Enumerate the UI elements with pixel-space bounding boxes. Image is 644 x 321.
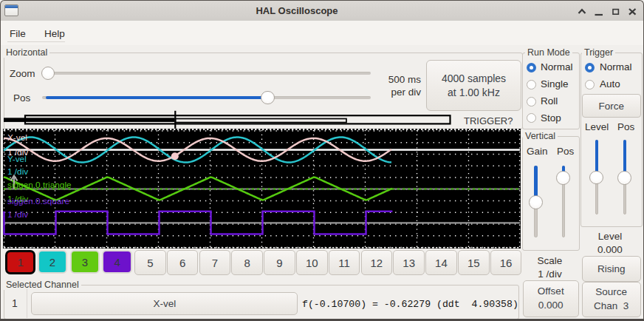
svg-text:siggen.0.square: siggen.0.square	[7, 196, 69, 206]
svg-text:Y-vel: Y-vel	[7, 154, 27, 164]
svg-text:X-vel: X-vel	[7, 132, 27, 143]
svg-text:1 /div: 1 /div	[7, 209, 28, 220]
svg-text:siggen.0.triangle: siggen.0.triangle	[7, 180, 72, 190]
svg-text:1 /div: 1 /div	[7, 166, 28, 177]
